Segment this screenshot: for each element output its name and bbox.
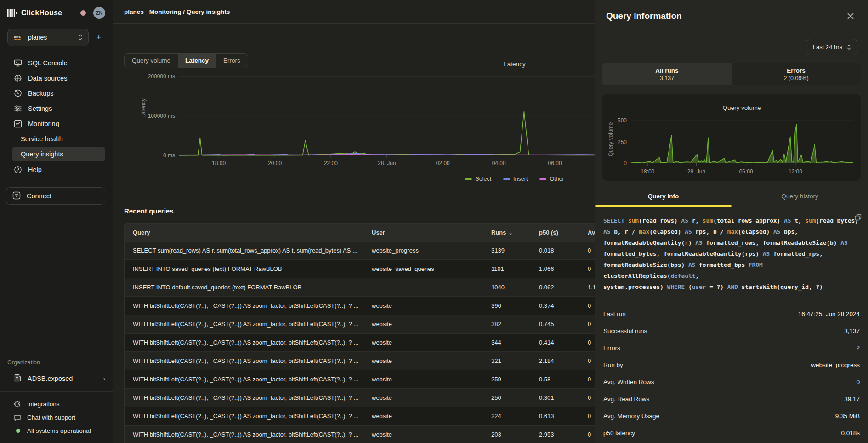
integrations-icon <box>14 401 21 408</box>
column-header-query[interactable]: Query <box>125 229 363 236</box>
monitoring-icon <box>14 120 22 128</box>
add-service-button[interactable]: + <box>92 31 105 44</box>
cell-user: website <box>363 394 483 401</box>
organization-label: Organization <box>0 359 113 370</box>
sql-console-icon <box>14 59 22 67</box>
cell-p50: 2.953 <box>531 431 579 438</box>
segment-errors[interactable]: Errors2 (0.06%) <box>732 63 861 85</box>
sql-token: AS <box>773 228 784 235</box>
sql-token: AS <box>603 228 614 235</box>
sql-token: user <box>692 283 706 290</box>
sidebar-item-backups[interactable]: Backups <box>0 86 113 101</box>
tab-query-info[interactable]: Query info <box>595 193 732 206</box>
sql-token: default <box>670 272 695 279</box>
cell-user: website <box>363 376 483 383</box>
workspace-selector[interactable]: aws planes <box>7 29 89 46</box>
segment-all-runs[interactable]: All runs3,137 <box>602 63 732 85</box>
footer-item-chat-with-support[interactable]: Chat with support <box>0 411 113 424</box>
sidebar-item-sql-console[interactable]: SQL Console <box>0 55 113 70</box>
svg-text:18:00: 18:00 <box>641 168 654 175</box>
stat-label: Avg. Read Rows <box>603 396 649 403</box>
sql-token: sum <box>805 217 816 224</box>
data-sources-icon <box>14 74 22 82</box>
table-row[interactable]: SELECT sum(read_rows) AS r, sum(total_ro… <box>125 241 647 259</box>
footer-item-all-systems-operational[interactable]: All systems operational <box>0 424 113 437</box>
sidebar-item-monitoring[interactable]: Monitoring <box>0 116 113 131</box>
footer-item-integrations[interactable]: Integrations <box>0 397 113 411</box>
column-header-label: Runs <box>491 229 506 236</box>
table-row[interactable]: WITH bitShiftLeft(CAST(?..), _CAST(?..))… <box>125 351 647 370</box>
table-row[interactable]: INSERT INTO saved_queries (text) FORMAT … <box>125 259 647 278</box>
legend-item-select[interactable]: Select <box>465 176 491 182</box>
chat-icon <box>14 414 21 421</box>
sql-lines[interactable]: SELECT sum(read_rows) AS r, sum(total_ro… <box>603 215 859 293</box>
table-row[interactable]: WITH bitShiftLeft(CAST(?..), _CAST(?..))… <box>125 407 647 425</box>
sql-token: t, <box>794 217 805 224</box>
column-header-user[interactable]: User <box>363 229 483 236</box>
time-range-select[interactable]: Last 24 hrs <box>806 39 857 55</box>
copy-icon[interactable] <box>855 213 862 224</box>
sql-token: (elapsed) <box>649 228 685 235</box>
stat-row-run-by: Run bywebsite_progress <box>603 357 860 374</box>
svg-text:100000 ms: 100000 ms <box>148 113 175 119</box>
table-row[interactable]: WITH bitShiftLeft(CAST(?..), _CAST(?..))… <box>125 296 647 315</box>
cell-runs: 344 <box>483 339 531 346</box>
user-avatar[interactable]: ZN <box>93 7 105 19</box>
sidebar-subitem-query-insights[interactable]: Query insights <box>12 147 105 161</box>
sidebar-item-label: SQL Console <box>28 59 68 67</box>
cell-p50: 2.184 <box>531 357 579 364</box>
footer-item-label: All systems operational <box>27 427 91 434</box>
sql-token: WHERE <box>667 283 688 290</box>
connect-button[interactable]: Connect <box>6 187 105 205</box>
svg-text:12:00: 12:00 <box>789 168 802 175</box>
sidebar-item-data-sources[interactable]: Data sources <box>0 70 113 86</box>
time-range-row: Last 24 hrs <box>595 32 868 55</box>
sql-token: sum <box>703 217 713 224</box>
workspace-row: aws planes + <box>0 26 113 46</box>
organization-switcher[interactable]: ADSB.exposed › <box>0 370 113 387</box>
legend-dash <box>465 178 472 180</box>
cell-runs: 321 <box>483 357 531 364</box>
close-icon[interactable] <box>844 10 857 23</box>
sql-token: AS <box>688 261 699 268</box>
table-row[interactable]: WITH bitShiftLeft(CAST(?..), _CAST(?..))… <box>125 425 647 443</box>
logo-row: ClickHouse ZN <box>0 0 113 26</box>
svg-text:Latency: Latency <box>140 98 147 118</box>
cell-p50: 0.374 <box>531 302 579 309</box>
segment-value: 3,137 <box>660 75 674 81</box>
sql-token: sum <box>628 217 639 224</box>
table-row[interactable]: WITH bitShiftLeft(CAST(?..), _CAST(?..))… <box>125 333 647 351</box>
table-row[interactable]: WITH bitShiftLeft(CAST(?..), _CAST(?..))… <box>125 388 647 407</box>
sql-token: formatted_bytes, formatReadableQuantity(… <box>603 250 763 257</box>
sidebar-item-help[interactable]: Help <box>0 162 113 177</box>
notification-dot[interactable] <box>80 10 86 16</box>
sidebar-item-settings[interactable]: Settings <box>0 101 113 116</box>
clickhouse-logo-icon[interactable] <box>7 9 17 17</box>
cell-user: website_progress <box>363 247 483 254</box>
tab-label: Query history <box>781 193 818 200</box>
table-row[interactable]: WITH bitShiftLeft(CAST(?..), _CAST(?..))… <box>125 370 647 388</box>
column-header-p50-s[interactable]: p50 (s) <box>531 229 579 236</box>
sql-token: AS <box>681 217 692 224</box>
status-dot <box>14 427 21 435</box>
organization-icon <box>14 374 22 383</box>
sort-caret-icon: ⌄ <box>509 230 513 236</box>
tab-query-history[interactable]: Query history <box>732 193 868 206</box>
stat-label: Last run <box>603 311 626 317</box>
table-row[interactable]: INSERT INTO default.saved_queries (text)… <box>125 278 647 296</box>
table-row[interactable]: WITH bitShiftLeft(CAST(?..), _CAST(?..))… <box>125 315 647 333</box>
svg-text:04:00: 04:00 <box>492 160 506 167</box>
column-header-runs[interactable]: Runs⌄ <box>483 229 531 236</box>
legend-item-other[interactable]: Other <box>539 176 564 182</box>
svg-text:06:00: 06:00 <box>739 168 753 175</box>
svg-text:Query volume: Query volume <box>607 122 614 156</box>
svg-text:20:00: 20:00 <box>268 160 282 167</box>
stat-row-errors: Errors2 <box>603 339 860 357</box>
cell-p50: 0.414 <box>531 339 579 346</box>
sidebar-subitem-service-health[interactable]: Service health <box>12 132 105 146</box>
legend-item-insert[interactable]: Insert <box>503 176 528 182</box>
svg-text:200000 ms: 200000 ms <box>148 73 175 80</box>
stat-value: 9.35 MiB <box>835 413 860 420</box>
sql-token: formatted_bps <box>699 261 749 268</box>
sql-token: b, r / <box>614 228 639 235</box>
